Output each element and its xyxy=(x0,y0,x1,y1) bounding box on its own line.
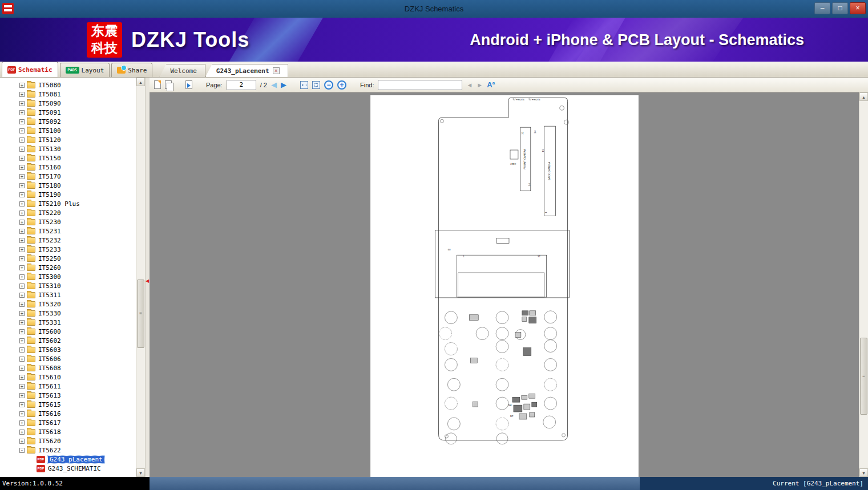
font-size-button[interactable]: Aa xyxy=(487,80,495,89)
tree-folder-row[interactable]: + IT5616 xyxy=(0,409,136,418)
document-canvas[interactable]: +MOT4 +MOT3 FRONT CAMERA BACK CAMERA +RE… xyxy=(150,92,859,477)
fit-page-button[interactable] xyxy=(312,81,320,89)
expand-toggle-icon[interactable]: + xyxy=(19,192,25,197)
expand-toggle-icon[interactable]: + xyxy=(19,384,25,389)
find-input[interactable] xyxy=(378,80,462,90)
tree-folder-row[interactable]: + IT5602 xyxy=(0,336,136,345)
find-prev-icon[interactable]: ◄ xyxy=(466,82,473,88)
tree-folder-row[interactable]: + IT5092 xyxy=(0,117,136,126)
tree-folder-row[interactable]: + IT5231 xyxy=(0,226,136,236)
tree-folder-row[interactable]: + IT5310 xyxy=(0,281,136,290)
tree-folder-row[interactable]: + IT5260 xyxy=(0,263,136,272)
expand-toggle-icon[interactable]: + xyxy=(19,265,25,270)
find-next-icon[interactable]: ► xyxy=(477,82,483,88)
tree-folder-row[interactable]: + IT5610 xyxy=(0,372,136,382)
file-label-g243-schematic[interactable]: G243_SCHEMATIC xyxy=(48,465,101,472)
expand-toggle-icon[interactable]: + xyxy=(19,156,25,161)
expand-toggle-icon[interactable]: + xyxy=(19,128,25,133)
tree-folder-row[interactable]: + IT5608 xyxy=(0,363,136,372)
tree-folder-row[interactable]: + IT5120 xyxy=(0,135,136,144)
expand-toggle-icon[interactable]: + xyxy=(19,439,25,444)
expand-toggle-icon[interactable]: + xyxy=(19,147,25,152)
tree-folder-row[interactable]: + IT5081 xyxy=(0,90,136,99)
tree-folder-row[interactable]: - IT5622 xyxy=(0,446,136,455)
expand-toggle-icon[interactable]: + xyxy=(19,430,25,435)
tree-folder-row[interactable]: + IT5617 xyxy=(0,418,136,427)
tree-folder-row[interactable]: + IT5311 xyxy=(0,290,136,299)
expand-toggle-icon[interactable]: + xyxy=(19,357,25,362)
scroll-up-icon[interactable]: ▲ xyxy=(859,92,868,101)
scroll-up-icon[interactable]: ▲ xyxy=(136,78,145,86)
fit-width-button[interactable] xyxy=(300,81,308,89)
tree-folder-row[interactable]: + IT5603 xyxy=(0,345,136,354)
expand-toggle-icon[interactable]: + xyxy=(19,92,25,97)
tree-folder-row[interactable]: + IT5130 xyxy=(0,144,136,153)
sidebar-scrollbar-thumb[interactable]: ≡ xyxy=(137,280,144,348)
tree-folder-row[interactable]: + IT5233 xyxy=(0,245,136,254)
tree-folder-row[interactable]: + IT5600 xyxy=(0,327,136,336)
expand-toggle-icon[interactable]: + xyxy=(19,347,25,353)
page-number-input[interactable] xyxy=(227,80,256,90)
expand-toggle-icon[interactable]: + xyxy=(19,274,25,280)
expand-toggle-icon[interactable]: + xyxy=(19,256,25,261)
tree-folder-row[interactable]: + IT5606 xyxy=(0,354,136,363)
zoom-out-button[interactable]: − xyxy=(324,80,333,90)
pages-multi-icon[interactable] xyxy=(185,80,192,89)
tree-folder-row[interactable]: + IT5331 xyxy=(0,318,136,327)
zoom-in-button[interactable]: + xyxy=(337,80,346,90)
expand-toggle-icon[interactable]: + xyxy=(19,375,25,380)
tab-schematic[interactable]: PDF Schematic xyxy=(2,62,58,77)
tree-folder-row[interactable]: + IT5090 xyxy=(0,99,136,108)
expand-toggle-icon[interactable]: + xyxy=(19,83,25,88)
tree-folder-row[interactable]: + IT5613 xyxy=(0,391,136,400)
tree-folder-row[interactable]: + IT5611 xyxy=(0,382,136,391)
tab-share[interactable]: Share xyxy=(111,63,152,77)
tree-folder-row[interactable]: + IT5080 xyxy=(0,80,136,90)
expand-toggle-icon[interactable]: + xyxy=(19,137,25,143)
expand-toggle-icon[interactable]: + xyxy=(19,238,25,243)
close-button[interactable]: × xyxy=(850,2,866,14)
expand-toggle-icon[interactable]: + xyxy=(19,174,25,179)
document-scrollbar-thumb[interactable]: ≡ xyxy=(860,338,867,415)
document-scrollbar[interactable]: ▲ ≡ ▼ xyxy=(859,92,868,477)
tree-folder-row[interactable]: + IT5330 xyxy=(0,309,136,318)
scroll-down-icon[interactable]: ▼ xyxy=(859,468,868,477)
page-single-icon[interactable] xyxy=(154,80,161,89)
expand-toggle-icon[interactable]: + xyxy=(19,110,25,115)
file-label-g243-placement[interactable]: G243_pLacement xyxy=(48,456,104,463)
expand-toggle-icon[interactable]: + xyxy=(19,201,25,206)
expand-toggle-icon[interactable]: + xyxy=(19,229,25,234)
expand-toggle-icon[interactable]: + xyxy=(19,366,25,371)
scroll-down-icon[interactable]: ▼ xyxy=(136,468,145,477)
doc-tab-g243-placement[interactable]: G243_pLacement × xyxy=(205,64,288,77)
tab-layout[interactable]: PADS Layout xyxy=(60,63,110,77)
doc-tab-welcome[interactable]: Welcome xyxy=(159,64,205,77)
tree-folder-row[interactable]: + IT5615 xyxy=(0,400,136,409)
expand-toggle-icon[interactable]: + xyxy=(19,311,25,316)
expand-toggle-icon[interactable]: + xyxy=(19,220,25,225)
expand-toggle-icon[interactable]: + xyxy=(19,402,25,407)
panel-splitter[interactable]: ◀ xyxy=(145,78,150,477)
next-page-button[interactable]: ▶ xyxy=(281,80,286,89)
tree-folder-row[interactable]: + IT5320 xyxy=(0,299,136,309)
tree-folder-row[interactable]: + IT5210 Plus xyxy=(0,199,136,208)
tree-folder-row[interactable]: + IT5250 xyxy=(0,254,136,263)
tree-folder-row[interactable]: + IT5220 xyxy=(0,208,136,217)
tree-folder-row[interactable]: + IT5170 xyxy=(0,172,136,181)
tree-folder-row[interactable]: + IT5190 xyxy=(0,190,136,199)
tree-folder-row[interactable]: + IT5618 xyxy=(0,427,136,436)
pages-copy-icon[interactable] xyxy=(165,80,172,89)
expand-toggle-icon[interactable]: + xyxy=(19,338,25,343)
tree-folder-row[interactable]: + IT5180 xyxy=(0,181,136,190)
expand-toggle-icon[interactable]: + xyxy=(19,183,25,188)
prev-page-button[interactable]: ◀ xyxy=(271,80,277,89)
expand-toggle-icon[interactable]: - xyxy=(19,448,25,453)
expand-toggle-icon[interactable]: + xyxy=(19,293,25,298)
tree-folder-row[interactable]: + IT5091 xyxy=(0,108,136,117)
tree-folder-row[interactable]: + IT5100 xyxy=(0,126,136,135)
tree-folder-row[interactable]: + IT5150 xyxy=(0,153,136,163)
sidebar-scrollbar[interactable]: ▲ ≡ ▼ xyxy=(136,78,145,477)
maximize-button[interactable]: □ xyxy=(832,2,848,14)
tab-close-icon[interactable]: × xyxy=(273,67,280,74)
expand-toggle-icon[interactable]: + xyxy=(19,393,25,398)
